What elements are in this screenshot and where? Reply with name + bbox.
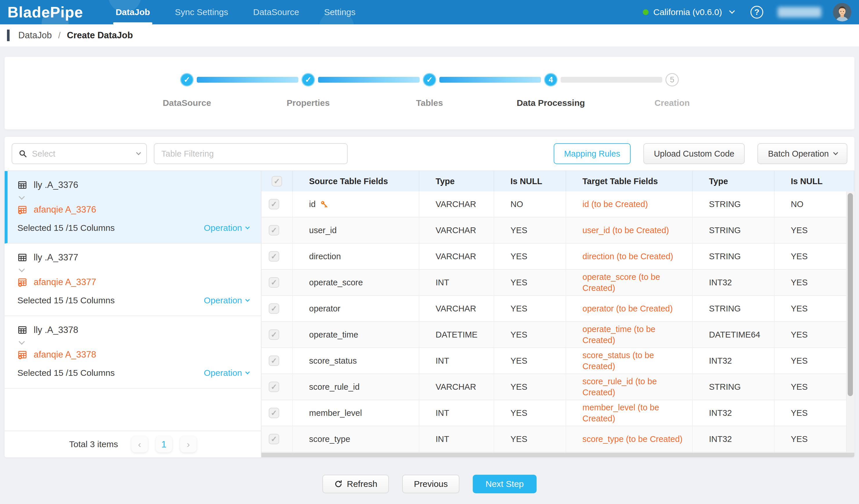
selected-columns-text: Selected 15 /15 Columns xyxy=(17,296,115,305)
vertical-scrollbar-thumb[interactable] xyxy=(848,193,853,396)
table-mapping-card[interactable]: lly .A_3377 afanqie A_3377 Selected 15 /… xyxy=(5,243,261,316)
help-icon[interactable]: ? xyxy=(751,6,763,18)
table-filter-input[interactable] xyxy=(154,143,348,164)
table-row: ✓ score_rule_id VARCHAR YES score_rule_i… xyxy=(261,374,854,400)
chevron-down-icon[interactable] xyxy=(19,267,249,273)
checkbox-cell: ✓ xyxy=(261,426,293,452)
upload-custom-code-button[interactable]: Upload Custom Code xyxy=(643,143,745,164)
search-icon xyxy=(18,149,27,158)
row-checkbox[interactable]: ✓ xyxy=(269,225,279,235)
target-field-cell: operate_score (to be Created) xyxy=(566,270,693,295)
source-type-cell: INT xyxy=(419,400,494,426)
row-checkbox[interactable]: ✓ xyxy=(269,277,279,288)
target-type-cell: DATETIME64 xyxy=(693,322,774,347)
avatar[interactable] xyxy=(833,3,852,21)
target-table-row: afanqie A_3378 xyxy=(17,349,249,360)
check-icon: ✓ xyxy=(271,383,277,391)
select-all-checkbox[interactable]: ✓ xyxy=(272,176,282,187)
next-step-button[interactable]: Next Step xyxy=(473,475,537,493)
toolbar: Select Mapping Rules Upload Custom Code … xyxy=(5,137,854,171)
chevron-down-icon xyxy=(245,225,250,230)
target-null-cell: YES xyxy=(774,270,854,295)
source-field-cell: user_id xyxy=(293,218,419,243)
row-checkbox[interactable]: ✓ xyxy=(269,329,279,340)
target-field-cell: score_type (to be Created) xyxy=(566,426,693,452)
table-row: ✓ score_status INT YES score_status (to … xyxy=(261,348,854,374)
target-type-cell: STRING xyxy=(693,243,774,269)
source-null-cell: YES xyxy=(494,374,566,399)
source-type-cell: INT xyxy=(419,270,494,295)
row-checkbox[interactable]: ✓ xyxy=(269,199,279,209)
check-icon: ✓ xyxy=(271,279,277,286)
stepper-panel: ✓ DataSource ✓ Properties ✓ Tables 4 Dat… xyxy=(5,57,854,129)
refresh-button[interactable]: Refresh xyxy=(322,475,389,493)
target-null-cell: YES xyxy=(774,296,854,321)
select-dropdown[interactable]: Select xyxy=(12,143,147,164)
row-checkbox[interactable]: ✓ xyxy=(269,251,279,262)
nav-tab-sync-settings[interactable]: Sync Settings xyxy=(175,0,228,25)
operation-dropdown[interactable]: Operation xyxy=(204,368,249,378)
refresh-icon xyxy=(334,479,343,488)
col-target-type: Type xyxy=(693,171,774,191)
target-null-cell: YES xyxy=(774,426,854,452)
target-type-cell: INT32 xyxy=(693,270,774,295)
row-checkbox[interactable]: ✓ xyxy=(269,382,279,392)
source-table-row: lly .A_3377 xyxy=(17,252,249,263)
target-table-name: afanqie A_3376 xyxy=(34,204,96,215)
source-null-cell: YES xyxy=(494,322,566,347)
checkbox-cell: ✓ xyxy=(261,218,293,243)
source-field-cell: score_status xyxy=(293,348,419,374)
check-icon: ✓ xyxy=(271,253,277,260)
target-table-icon xyxy=(17,277,27,287)
nav-tab-datasource[interactable]: DataSource xyxy=(253,0,299,25)
target-table-icon xyxy=(17,205,27,215)
username-redacted xyxy=(778,7,821,17)
previous-button[interactable]: Previous xyxy=(402,475,459,493)
mapping-rules-button[interactable]: Mapping Rules xyxy=(554,143,631,164)
source-type-cell: DATETIME xyxy=(419,322,494,347)
top-nav: BladePipe DataJob Sync Settings DataSour… xyxy=(0,0,859,25)
source-field-cell: id xyxy=(293,191,419,217)
card-meta-row: Selected 15 /15 Columns Operation xyxy=(17,368,249,378)
operation-dropdown[interactable]: Operation xyxy=(204,296,249,305)
horizontal-scrollbar[interactable] xyxy=(261,453,854,457)
mapping-content: lly .A_3376 afanqie A_3376 Selected 15 /… xyxy=(5,171,854,457)
step-circle: 5 xyxy=(665,73,679,86)
chevron-down-icon[interactable] xyxy=(19,195,249,200)
source-field-cell: operate_time xyxy=(293,322,419,347)
table-mapping-card[interactable]: lly .A_3376 afanqie A_3376 Selected 15 /… xyxy=(5,171,261,243)
row-checkbox[interactable]: ✓ xyxy=(269,303,279,314)
content-panel: Select Mapping Rules Upload Custom Code … xyxy=(5,137,854,457)
target-type-cell: INT32 xyxy=(693,400,774,426)
table-mapping-card[interactable]: lly .A_3378 afanqie A_3378 Selected 15 /… xyxy=(5,316,261,389)
table-row: ✓ operate_time DATETIME YES operate_time… xyxy=(261,322,854,348)
operation-dropdown[interactable]: Operation xyxy=(204,223,249,233)
source-null-cell: YES xyxy=(494,400,566,426)
target-field-cell: id (to be Created) xyxy=(566,191,693,217)
region-selector[interactable]: California (v0.6.0) xyxy=(643,7,734,17)
row-checkbox[interactable]: ✓ xyxy=(269,434,279,444)
source-table-name: lly .A_3378 xyxy=(34,325,78,335)
target-null-cell: YES xyxy=(774,322,854,347)
header-checkbox-cell: ✓ xyxy=(261,171,293,191)
next-page-button[interactable]: › xyxy=(180,436,196,452)
table-row: ✓ operator VARCHAR YES operator (to be C… xyxy=(261,296,854,322)
chevron-down-icon xyxy=(136,150,141,155)
breadcrumb-parent[interactable]: DataJob xyxy=(18,30,52,41)
refresh-label: Refresh xyxy=(347,479,377,489)
wizard-step: 4 Data Processing xyxy=(490,73,612,108)
primary-key-icon xyxy=(320,200,329,208)
check-icon: ✓ xyxy=(271,305,277,312)
nav-tab-datajob[interactable]: DataJob xyxy=(116,0,150,25)
prev-page-button[interactable]: ‹ xyxy=(132,436,148,452)
row-checkbox[interactable]: ✓ xyxy=(269,356,279,366)
source-type-cell: VARCHAR xyxy=(419,191,494,217)
chevron-down-icon[interactable] xyxy=(19,340,249,345)
batch-operation-button[interactable]: Batch Operation xyxy=(757,143,847,164)
select-placeholder: Select xyxy=(32,149,136,159)
row-checkbox[interactable]: ✓ xyxy=(269,408,279,418)
page-number-button[interactable]: 1 xyxy=(156,436,172,452)
status-dot-icon xyxy=(643,9,649,15)
nav-tab-settings[interactable]: Settings xyxy=(324,0,356,25)
source-field-name: score_rule_id xyxy=(309,381,360,392)
